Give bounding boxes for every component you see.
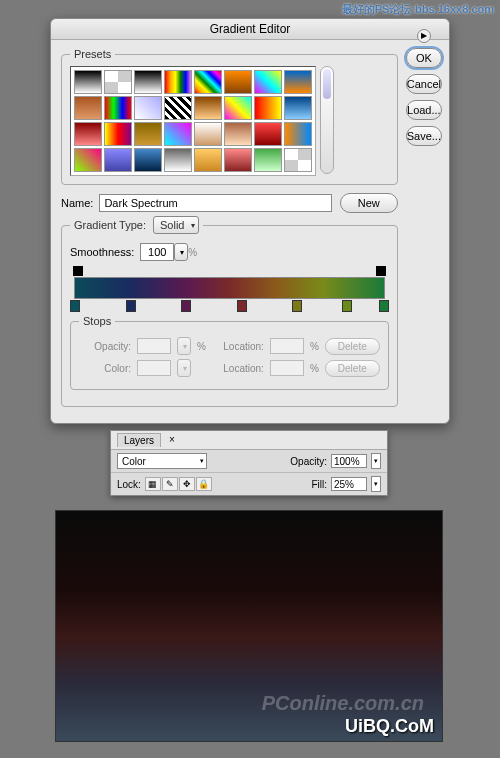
name-input[interactable] xyxy=(99,194,331,212)
presets-scrollbar[interactable] xyxy=(320,66,334,174)
preset-swatch[interactable] xyxy=(74,122,102,146)
preset-swatch[interactable] xyxy=(284,122,312,146)
preset-swatch[interactable] xyxy=(164,148,192,172)
preset-swatch[interactable] xyxy=(104,122,132,146)
preset-swatch[interactable] xyxy=(134,122,162,146)
presets-fieldset: Presets xyxy=(61,48,398,185)
preset-swatch[interactable] xyxy=(164,70,192,94)
cancel-button[interactable]: Cancel xyxy=(406,74,442,94)
lock-transparency-icon[interactable]: ▦ xyxy=(145,477,161,491)
preset-swatch[interactable] xyxy=(74,148,102,172)
lock-label: Lock: xyxy=(117,479,141,490)
new-button[interactable]: New xyxy=(340,193,398,213)
gradient-type-legend: Gradient Type: Solid xyxy=(70,216,203,234)
lock-position-icon[interactable]: ✥ xyxy=(179,477,195,491)
watermark-top: 最好的PS论坛:bbs.16xx8.com xyxy=(342,2,494,17)
preset-swatch[interactable] xyxy=(164,96,192,120)
smoothness-input[interactable] xyxy=(140,243,174,261)
preset-swatch[interactable] xyxy=(224,96,252,120)
preset-swatch[interactable] xyxy=(284,148,312,172)
dialog-title: Gradient Editor xyxy=(51,19,449,40)
fill-input[interactable] xyxy=(331,477,367,491)
preset-swatch[interactable] xyxy=(164,122,192,146)
percent-label: % xyxy=(188,247,197,258)
opacity-stop-left[interactable] xyxy=(73,266,83,276)
preset-swatch[interactable] xyxy=(194,148,222,172)
stops-location-label-1: Location: xyxy=(212,341,264,352)
watermark-uibq: UiBQ.CoM xyxy=(345,716,434,737)
stops-delete-button-2: Delete xyxy=(325,360,380,377)
preset-swatch[interactable] xyxy=(194,96,222,120)
gradient-preview-image: PConline.com.cn UiBQ.CoM xyxy=(55,510,443,742)
preset-swatch[interactable] xyxy=(224,148,252,172)
preset-swatch[interactable] xyxy=(104,96,132,120)
preset-swatch[interactable] xyxy=(194,122,222,146)
stops-color-swatch xyxy=(137,360,171,376)
preset-swatch[interactable] xyxy=(74,96,102,120)
stops-location-input-2 xyxy=(270,360,304,376)
presets-legend: Presets xyxy=(70,48,115,60)
color-stop[interactable] xyxy=(126,300,136,312)
color-stop[interactable] xyxy=(70,300,80,312)
save-button[interactable]: Save... xyxy=(406,126,442,146)
preset-swatch[interactable] xyxy=(254,70,282,94)
blend-mode-select[interactable]: Color xyxy=(117,453,207,469)
lock-all-icon[interactable]: 🔒 xyxy=(196,477,212,491)
gradient-type-fieldset: Gradient Type: Solid Smoothness: % Stops xyxy=(61,216,398,407)
stops-location-label-2: Location: xyxy=(212,363,264,374)
preset-swatch[interactable] xyxy=(254,148,282,172)
stops-color-label: Color: xyxy=(79,363,131,374)
stops-opacity-dropdown xyxy=(177,337,191,355)
preset-swatch[interactable] xyxy=(254,122,282,146)
watermark-pconline: PConline.com.cn xyxy=(262,692,424,715)
stops-location-input-1 xyxy=(270,338,304,354)
color-stop[interactable] xyxy=(237,300,247,312)
smoothness-label: Smoothness: xyxy=(70,246,134,258)
color-stop[interactable] xyxy=(292,300,302,312)
preset-swatch[interactable] xyxy=(224,70,252,94)
preset-swatch[interactable] xyxy=(134,96,162,120)
color-stop[interactable] xyxy=(342,300,352,312)
color-stop[interactable] xyxy=(181,300,191,312)
layers-opacity-dropdown[interactable] xyxy=(371,453,381,469)
preset-swatch[interactable] xyxy=(104,148,132,172)
preset-swatch[interactable] xyxy=(284,70,312,94)
preset-swatch[interactable] xyxy=(74,70,102,94)
load-button[interactable]: Load... xyxy=(406,100,442,120)
stops-opacity-input xyxy=(137,338,171,354)
gradient-type-select[interactable]: Solid xyxy=(153,216,199,234)
ok-button[interactable]: OK xyxy=(406,48,442,68)
layers-opacity-label: Opacity: xyxy=(290,456,327,467)
preset-swatch[interactable] xyxy=(134,148,162,172)
fill-dropdown[interactable] xyxy=(371,476,381,492)
presets-flyout-icon[interactable]: ▶ xyxy=(417,29,431,43)
layers-tab[interactable]: Layers× xyxy=(111,431,387,450)
color-stop[interactable] xyxy=(379,300,389,312)
preset-swatch[interactable] xyxy=(224,122,252,146)
opacity-stop-right[interactable] xyxy=(376,266,386,276)
preset-swatch[interactable] xyxy=(194,70,222,94)
fill-label: Fill: xyxy=(311,479,327,490)
layers-opacity-input[interactable] xyxy=(331,454,367,468)
name-label: Name: xyxy=(61,197,93,209)
preset-swatch[interactable] xyxy=(254,96,282,120)
stops-opacity-label: Opacity: xyxy=(79,341,131,352)
stops-delete-button-1: Delete xyxy=(325,338,380,355)
layers-panel: Layers× Color Opacity: Lock: ▦ ✎ ✥ 🔒 Fil… xyxy=(110,430,388,496)
stops-color-dropdown xyxy=(177,359,191,377)
gradient-editor-dialog: Gradient Editor ▶ Presets Name: New Grad… xyxy=(50,18,450,424)
gradient-bar[interactable] xyxy=(74,277,385,299)
lock-pixels-icon[interactable]: ✎ xyxy=(162,477,178,491)
preset-swatch[interactable] xyxy=(284,96,312,120)
stops-legend: Stops xyxy=(79,315,115,327)
preset-swatch[interactable] xyxy=(104,70,132,94)
preset-swatch[interactable] xyxy=(134,70,162,94)
presets-grid[interactable] xyxy=(70,66,316,176)
smoothness-dropdown-icon[interactable] xyxy=(174,243,188,261)
stops-fieldset: Stops Opacity: % Location: % Delete Colo… xyxy=(70,315,389,390)
